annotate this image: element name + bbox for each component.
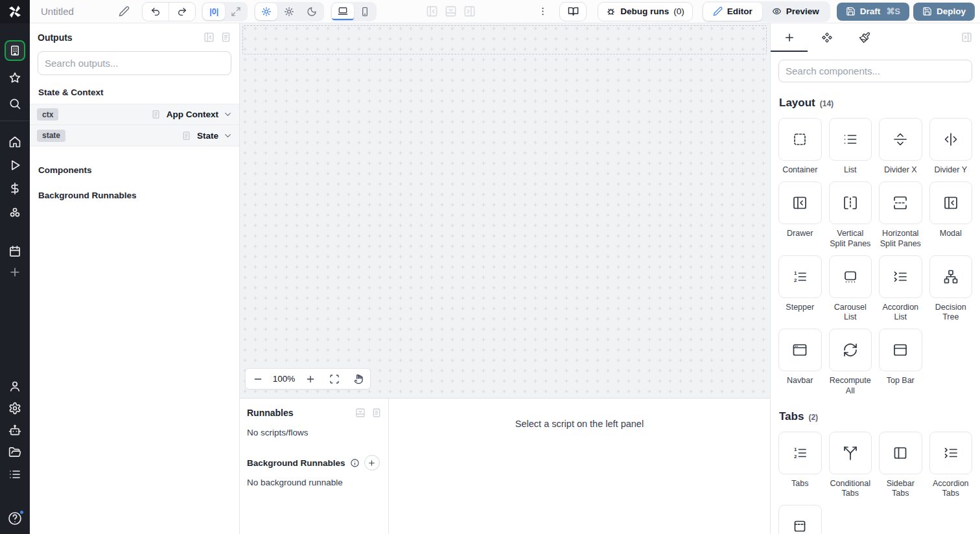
component-card-box[interactable]	[929, 181, 973, 224]
collapse-bottom-icon[interactable]	[355, 408, 366, 418]
schedules-icon[interactable]	[8, 245, 21, 258]
expand-canvas-button[interactable]	[226, 3, 246, 20]
component-card-divider-x[interactable]: Divider X	[879, 118, 922, 175]
component-card-box[interactable]: 12	[778, 255, 822, 298]
more-menu-button[interactable]	[534, 3, 551, 20]
component-card-box[interactable]	[829, 329, 872, 371]
zoom-in-button[interactable]	[298, 369, 322, 389]
collapse-right-panel-icon[interactable]	[961, 32, 972, 43]
sidebar-item-help[interactable]	[7, 511, 23, 526]
component-card-stepper[interactable]: 12Stepper	[778, 255, 822, 323]
app-canvas[interactable]: 100%	[240, 23, 770, 399]
component-card-box[interactable]	[879, 329, 922, 371]
component-card-conditional-tabs[interactable]: Conditional Tabs	[829, 432, 872, 499]
settings-icon[interactable]	[8, 402, 21, 415]
component-card-recompute-all[interactable]: Recompute All	[829, 329, 872, 396]
component-card-tabs[interactable]: 12Tabs	[778, 432, 822, 499]
component-card-box[interactable]	[929, 432, 973, 474]
draft-button[interactable]: Draft ⌘S	[837, 3, 909, 21]
component-card-box[interactable]	[879, 432, 922, 474]
deploy-button[interactable]: Deploy	[913, 3, 975, 21]
undo-button[interactable]	[143, 3, 169, 21]
divider-y-icon	[943, 132, 959, 147]
component-card-box[interactable]	[929, 255, 973, 298]
component-card-horizontal-split-panes[interactable]: Horizontal Split Panes	[879, 181, 922, 249]
sidebar-item-app-builder-active[interactable]	[5, 40, 25, 61]
zoom-reset-button[interactable]: |0|	[203, 3, 225, 20]
panel-bottom-toggle-icon[interactable]	[445, 5, 457, 17]
editor-tab[interactable]: Editor	[703, 3, 762, 21]
component-card-divider-y[interactable]: Divider Y	[929, 118, 973, 175]
component-card-carousel-list[interactable]: Carousel List	[829, 255, 872, 323]
theme-light-button[interactable]	[278, 3, 300, 20]
component-card-accordion-list[interactable]: Accordion List	[879, 255, 922, 323]
component-card-sidebar-tabs[interactable]: Sidebar Tabs	[879, 432, 922, 499]
panel-left-toggle-icon[interactable]	[426, 5, 438, 17]
output-row-ctx[interactable]: ctxApp Context	[30, 104, 239, 125]
components-scroll-area[interactable]: Layout(14)ContainerListDivider XDivider …	[771, 52, 980, 534]
chevron-down-icon[interactable]	[223, 131, 233, 141]
component-card-top-bar[interactable]: Top Bar	[879, 329, 922, 396]
component-card-box[interactable]	[778, 505, 822, 534]
preview-tab[interactable]: Preview	[762, 3, 829, 21]
pan-tool-button[interactable]	[346, 369, 370, 389]
runs-icon[interactable]	[8, 159, 21, 172]
component-card-box[interactable]	[829, 118, 872, 161]
user-icon[interactable]	[8, 380, 21, 393]
components-search-input[interactable]	[786, 65, 965, 76]
outputs-search-input[interactable]	[45, 58, 224, 69]
star-icon[interactable]	[8, 71, 21, 84]
doc-list-icon[interactable]	[220, 32, 231, 43]
component-card-box[interactable]	[829, 255, 872, 298]
component-card-invisible-tabs-icon[interactable]	[778, 505, 822, 534]
component-card-drawer[interactable]: Drawer	[778, 181, 822, 249]
component-card-box[interactable]	[778, 329, 822, 371]
theme-dark-button[interactable]	[301, 3, 323, 20]
debug-runs-button[interactable]: Debug runs (0)	[598, 2, 693, 21]
resources-icon[interactable]	[8, 206, 21, 219]
fit-view-button[interactable]	[322, 369, 346, 389]
component-card-box[interactable]	[879, 255, 922, 298]
component-card-box[interactable]: 12	[778, 432, 822, 474]
desktop-view-button[interactable]	[332, 3, 354, 20]
tab-styling[interactable]	[846, 23, 883, 52]
chevron-down-icon[interactable]	[223, 110, 233, 119]
panel-toggle-group	[426, 5, 476, 17]
doc-list-icon[interactable]	[371, 408, 382, 418]
zoom-out-button[interactable]	[246, 369, 270, 389]
component-card-box[interactable]	[929, 118, 973, 161]
folders-icon[interactable]	[8, 446, 21, 459]
variables-icon[interactable]	[8, 182, 21, 195]
component-card-list[interactable]: List	[829, 118, 872, 175]
component-card-box[interactable]	[879, 118, 922, 161]
component-card-decision-tree[interactable]: Decision Tree	[929, 255, 973, 323]
component-card-box[interactable]	[879, 181, 922, 224]
component-card-box[interactable]	[778, 181, 822, 224]
panel-right-toggle-icon[interactable]	[463, 5, 476, 17]
tab-component-settings[interactable]	[808, 23, 846, 52]
edit-title-button[interactable]	[115, 3, 132, 20]
plus-icon[interactable]	[8, 266, 21, 279]
workers-icon[interactable]	[8, 424, 21, 437]
component-card-box[interactable]	[829, 181, 872, 224]
add-background-runnable-button[interactable]	[364, 455, 380, 470]
component-card-navbar[interactable]: Navbar	[778, 329, 822, 396]
component-card-vertical-split-panes[interactable]: Vertical Split Panes	[829, 181, 872, 249]
home-icon[interactable]	[8, 135, 21, 148]
logs-icon[interactable]	[8, 468, 21, 481]
output-row-state[interactable]: stateState	[30, 125, 239, 146]
component-card-modal[interactable]: Modal	[929, 181, 973, 249]
collapse-panel-icon[interactable]	[204, 32, 215, 43]
redo-button[interactable]	[169, 3, 195, 21]
windmill-logo[interactable]	[0, 0, 30, 23]
component-card-box[interactable]	[829, 432, 872, 474]
component-card-accordion-tabs[interactable]: Accordion Tabs	[929, 432, 973, 499]
docs-button[interactable]	[559, 2, 587, 21]
mobile-view-button[interactable]	[355, 3, 375, 20]
canvas-drop-zone[interactable]	[242, 25, 767, 54]
tab-insert-component[interactable]	[771, 23, 808, 52]
theme-auto-button[interactable]	[255, 3, 277, 20]
component-card-container[interactable]: Container	[778, 118, 822, 175]
component-card-box[interactable]	[778, 118, 822, 161]
search-icon[interactable]	[8, 97, 21, 110]
